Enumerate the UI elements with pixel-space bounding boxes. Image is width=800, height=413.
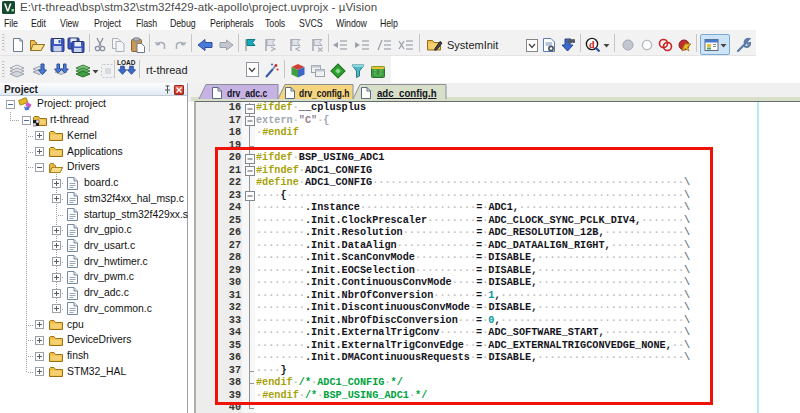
svg-text:LOAD: LOAD xyxy=(117,59,136,66)
svg-text:d: d xyxy=(589,39,595,50)
